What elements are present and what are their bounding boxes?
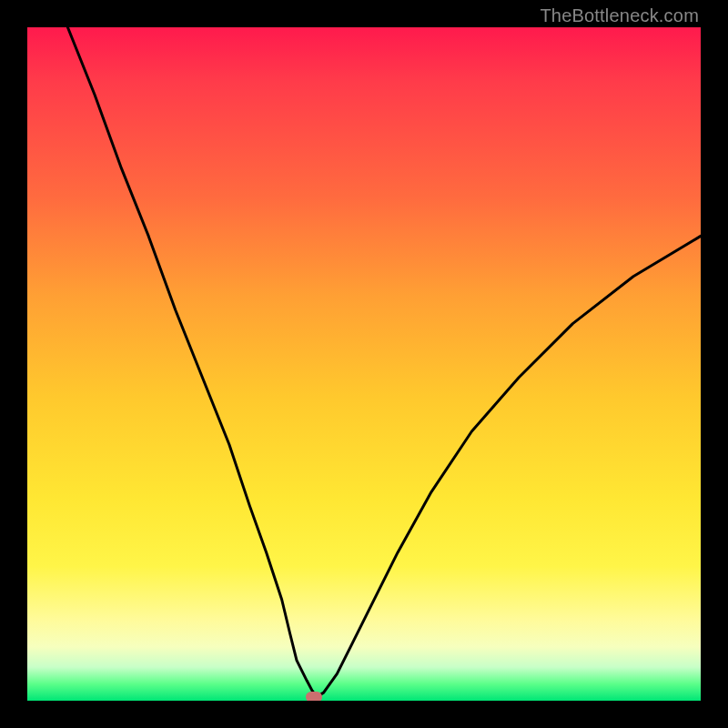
- plot-area: [27, 27, 701, 701]
- bottleneck-curve: [27, 27, 701, 701]
- chart-frame: TheBottleneck.com: [0, 0, 728, 728]
- optimal-point-marker: [306, 692, 322, 701]
- watermark-text: TheBottleneck.com: [540, 5, 699, 26]
